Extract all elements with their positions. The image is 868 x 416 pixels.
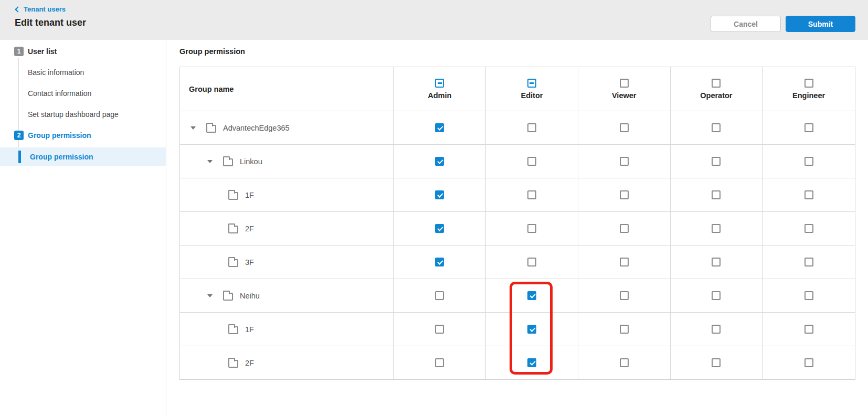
checkbox-editor[interactable] — [527, 190, 536, 199]
permission-cell — [394, 111, 486, 144]
sidebar-item-group-permission-active[interactable]: Group permission — [0, 147, 166, 166]
select-all-checkbox-editor[interactable] — [527, 79, 536, 88]
breadcrumb[interactable]: Tenant users — [16, 5, 66, 13]
table-row: Linkou — [180, 144, 855, 178]
group-name-cell: Neihu — [180, 279, 394, 312]
checkbox-engineer[interactable] — [805, 358, 813, 367]
checkbox-editor[interactable] — [527, 358, 536, 367]
group-name-label: Linkou — [240, 157, 262, 166]
select-all-checkbox-engineer[interactable] — [805, 79, 813, 88]
permission-cell — [763, 145, 855, 178]
table-row: Neihu — [180, 279, 855, 312]
checkbox-editor[interactable] — [527, 224, 536, 233]
step-2-label: Group permission — [28, 131, 91, 140]
sidebar-item-set-startup-dashboard-page[interactable]: Set startup dashboard page — [0, 108, 166, 121]
checkbox-admin[interactable] — [435, 325, 444, 334]
back-chevron-icon — [15, 6, 20, 12]
sidebar-step-group-permission[interactable]: 2 Group permission — [0, 129, 166, 142]
folder-icon — [206, 125, 216, 133]
checkbox-admin[interactable] — [435, 358, 444, 367]
expand-caret-icon[interactable] — [207, 160, 213, 163]
checkbox-admin[interactable] — [435, 157, 444, 166]
sidebar-item-basic-information[interactable]: Basic information — [0, 66, 166, 79]
checkbox-engineer[interactable] — [805, 291, 813, 300]
permission-cell — [394, 178, 486, 211]
checkbox-admin[interactable] — [435, 291, 444, 300]
checkbox-engineer[interactable] — [805, 224, 813, 233]
checkbox-admin[interactable] — [435, 123, 444, 132]
folder-icon — [228, 360, 238, 368]
permission-cell — [394, 212, 486, 245]
sidebar-item-contact-information[interactable]: Contact information — [0, 87, 166, 100]
expand-caret-icon[interactable] — [190, 126, 196, 130]
checkbox-editor[interactable] — [527, 157, 536, 166]
permission-cell — [486, 313, 578, 346]
folder-icon — [228, 259, 238, 267]
checkbox-editor[interactable] — [527, 258, 536, 266]
permission-cell — [486, 346, 578, 379]
checkbox-viewer[interactable] — [620, 224, 629, 233]
group-name-label: 2F — [245, 225, 254, 233]
checkbox-engineer[interactable] — [805, 157, 813, 166]
group-name-cell: 3F — [180, 246, 394, 279]
permission-cell — [671, 212, 763, 245]
expand-caret-icon[interactable] — [207, 294, 213, 297]
checkbox-viewer[interactable] — [620, 190, 629, 199]
checkbox-viewer[interactable] — [620, 358, 629, 367]
cancel-button[interactable]: Cancel — [711, 16, 781, 32]
group-name-label: 1F — [245, 325, 254, 334]
active-item-indicator-bar — [18, 151, 21, 163]
table-row: 3F — [180, 245, 855, 279]
group-name-cell: 1F — [180, 313, 394, 346]
checkbox-admin[interactable] — [435, 258, 444, 266]
folder-icon — [223, 293, 233, 301]
checkbox-operator[interactable] — [712, 224, 721, 233]
sidebar-item-label: Group permission — [30, 153, 93, 161]
checkbox-operator[interactable] — [712, 258, 721, 266]
breadcrumb-label: Tenant users — [24, 5, 66, 13]
permission-cell — [486, 178, 578, 211]
group-name-label: Neihu — [240, 292, 260, 300]
checkbox-operator[interactable] — [712, 157, 721, 166]
permission-cell — [486, 145, 578, 178]
permission-cell — [671, 145, 763, 178]
group-name-cell: 2F — [180, 212, 394, 245]
checkbox-editor[interactable] — [527, 325, 536, 334]
permission-cell — [578, 346, 671, 379]
select-all-checkbox-admin[interactable] — [435, 79, 444, 88]
sidebar-step-user-list[interactable]: 1 User list — [0, 45, 166, 58]
checkbox-viewer[interactable] — [620, 157, 629, 166]
checkbox-engineer[interactable] — [805, 190, 813, 199]
group-name-cell: AdvantechEdge365 — [180, 111, 394, 144]
submit-button[interactable]: Submit — [786, 16, 855, 32]
select-all-checkbox-operator[interactable] — [712, 79, 721, 88]
checkbox-viewer[interactable] — [620, 291, 629, 300]
group-name-cell: 2F — [180, 346, 394, 379]
column-header-label: Engineer — [792, 91, 825, 100]
checkbox-operator[interactable] — [712, 325, 721, 334]
table-row: 2F — [180, 346, 855, 379]
checkbox-viewer[interactable] — [620, 123, 629, 132]
checkbox-engineer[interactable] — [805, 325, 813, 334]
checkbox-operator[interactable] — [712, 190, 721, 199]
checkbox-operator[interactable] — [712, 358, 721, 367]
checkbox-editor[interactable] — [527, 123, 536, 132]
table-header-row: Group name AdminEditorViewerOperatorEngi… — [180, 67, 855, 111]
permission-cell — [578, 246, 671, 279]
checkbox-viewer[interactable] — [620, 258, 629, 266]
permission-cell — [394, 145, 486, 178]
permission-cell — [578, 279, 671, 312]
checkbox-admin[interactable] — [435, 224, 444, 233]
checkbox-editor[interactable] — [527, 291, 536, 300]
checkbox-operator[interactable] — [712, 123, 721, 132]
checkbox-engineer[interactable] — [805, 258, 813, 266]
checkbox-engineer[interactable] — [805, 123, 813, 132]
permission-cell — [763, 279, 855, 312]
checkbox-viewer[interactable] — [620, 325, 629, 334]
checkbox-operator[interactable] — [712, 291, 721, 300]
main-content: Group permission Group name AdminEditorV… — [166, 40, 868, 416]
permission-cell — [486, 212, 578, 245]
select-all-checkbox-viewer[interactable] — [620, 79, 629, 88]
permission-cell — [394, 279, 486, 312]
checkbox-admin[interactable] — [435, 190, 444, 199]
